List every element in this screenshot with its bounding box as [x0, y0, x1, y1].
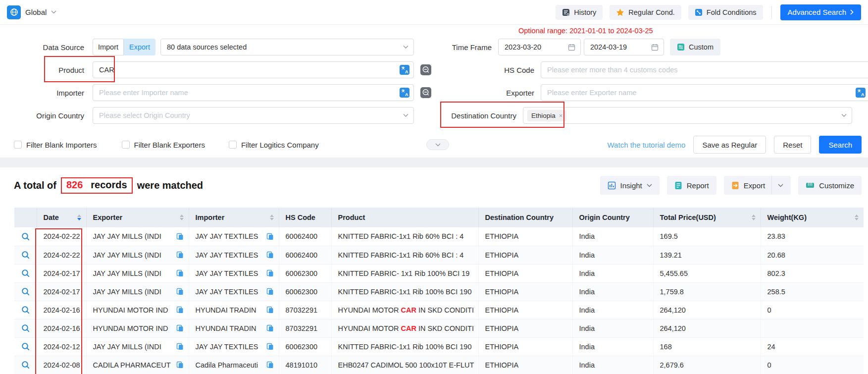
date-from-value: 2023-03-20 — [505, 43, 541, 51]
form-row-1: Data Source Import Export 80 data source… — [0, 39, 868, 55]
date-to-input[interactable]: 2024-03-19 — [584, 39, 664, 55]
exporter-input[interactable] — [541, 84, 868, 101]
filter-blank-exporters-checkbox[interactable]: Filter Blank Exporters — [122, 141, 205, 149]
sort-icon[interactable] — [269, 214, 275, 221]
checkbox-icon — [122, 141, 130, 149]
origin-country-select[interactable]: Please select Origin Country — [93, 107, 414, 124]
row-detail-search-icon[interactable] — [21, 361, 30, 369]
cell-date: 2024-02-08 — [37, 356, 86, 374]
close-icon[interactable]: × — [559, 112, 563, 119]
table-row: 2024-02-16 HYUNDAI MOTOR IND HYUNDAI TRA… — [14, 301, 864, 319]
data-source-label: Data Source — [0, 43, 84, 52]
copy-icon[interactable] — [266, 233, 274, 240]
cell-destination: ETHIOPIA — [478, 319, 572, 337]
insight-button[interactable]: Insight — [600, 176, 660, 195]
copy-icon[interactable] — [266, 361, 274, 369]
cell-importer: HYUNDAI TRADIN — [189, 301, 279, 319]
destination-country-select[interactable]: Ethiopia × — [523, 107, 852, 124]
sort-icon[interactable] — [76, 214, 82, 221]
history-button[interactable]: History — [556, 5, 603, 20]
custom-range-button[interactable]: Custom — [670, 39, 720, 55]
table-header-row: Date Exporter Importer HS Code Product D… — [14, 208, 864, 227]
export-tab[interactable]: Export — [124, 39, 155, 55]
region-selector[interactable]: Global — [7, 5, 56, 19]
importer-input[interactable] — [93, 84, 414, 101]
header-weight[interactable]: Weight(KG) — [761, 208, 864, 227]
header-total-price[interactable]: Total Price(USD) — [653, 208, 761, 227]
sort-icon[interactable] — [751, 214, 757, 221]
reset-button[interactable]: Reset — [774, 136, 811, 154]
cell-total-price: 5,455.65 — [653, 264, 761, 282]
copy-icon[interactable] — [176, 306, 184, 314]
filter-blank-importers-checkbox[interactable]: Filter Blank Importers — [14, 141, 97, 149]
header-importer[interactable]: Importer — [189, 208, 279, 227]
header-exporter[interactable]: Exporter — [86, 208, 189, 227]
copy-icon[interactable] — [266, 324, 274, 332]
tutorial-demo-link[interactable]: Watch the tutorial demo — [608, 141, 686, 149]
cell-weight: 802.3 — [761, 264, 864, 282]
data-source-direction-toggle: Import Export — [93, 39, 155, 55]
copy-icon[interactable] — [266, 288, 274, 295]
save-as-regular-button[interactable]: Save as Regular — [693, 136, 766, 154]
copy-icon[interactable] — [266, 269, 274, 277]
copy-icon[interactable] — [176, 288, 184, 295]
copy-icon[interactable] — [176, 269, 184, 277]
row-detail-search-icon[interactable] — [21, 232, 30, 241]
row-detail-search-icon[interactable] — [21, 342, 30, 351]
cell-hs-code: 60062300 — [279, 337, 331, 356]
report-button[interactable]: Report — [667, 176, 716, 195]
translate-icon[interactable]: A — [399, 87, 410, 98]
row-detail-search-icon[interactable] — [21, 306, 30, 314]
exact-match-icon[interactable] — [420, 64, 432, 76]
copy-icon[interactable] — [266, 343, 274, 350]
copy-icon[interactable] — [176, 343, 184, 350]
filter-logitics-company-checkbox[interactable]: Filter Logitics Company — [229, 141, 319, 149]
cell-date: 2024-02-17 — [37, 282, 86, 301]
results-section: A total of 826 records were matched Insi… — [0, 167, 868, 374]
row-detail-search-icon[interactable] — [21, 251, 30, 259]
sort-icon[interactable] — [179, 214, 185, 221]
results-table: Date Exporter Importer HS Code Product D… — [14, 208, 864, 374]
cell-hs-code: 60062400 — [279, 246, 331, 264]
copy-icon[interactable] — [176, 251, 184, 259]
row-detail-search-icon[interactable] — [21, 324, 30, 332]
copy-icon[interactable] — [176, 324, 184, 332]
regular-cond-label: Regular Cond. — [628, 8, 675, 16]
copy-icon[interactable] — [176, 361, 184, 369]
history-label: History — [574, 8, 596, 16]
product-input[interactable] — [93, 61, 414, 78]
regular-cond-button[interactable]: Regular Cond. — [610, 5, 681, 20]
cell-total-price: 1,759.8 — [653, 282, 761, 301]
cell-weight — [761, 319, 864, 337]
search-button[interactable]: Search — [819, 136, 862, 154]
cell-origin: India — [572, 301, 653, 319]
copy-icon[interactable] — [266, 251, 274, 259]
data-sources-select[interactable]: 80 data sources selected — [160, 39, 414, 55]
row-detail-search-icon[interactable] — [21, 269, 30, 277]
exact-match-icon[interactable] — [420, 87, 432, 99]
cell-origin: India — [572, 246, 653, 264]
date-from-input[interactable]: 2023-03-20 — [498, 39, 581, 55]
cell-exporter: JAY JAY MILLS (INDI — [86, 264, 189, 282]
import-tab[interactable]: Import — [93, 39, 124, 55]
cell-date: 2024-02-17 — [37, 264, 86, 282]
copy-icon[interactable] — [176, 233, 184, 240]
customize-button[interactable]: Customize — [798, 176, 862, 195]
header-date[interactable]: Date — [37, 208, 86, 227]
advanced-search-button[interactable]: Advanced Search — [780, 4, 861, 20]
hs-code-input[interactable] — [541, 61, 868, 78]
cell-destination: ETHIOPIA — [478, 227, 572, 246]
copy-icon[interactable] — [266, 306, 274, 314]
translate-icon[interactable]: A — [855, 87, 866, 98]
collapse-conditions-button[interactable] — [426, 139, 449, 150]
export-dropdown-chevron[interactable] — [771, 176, 783, 195]
export-button[interactable]: Export — [724, 176, 791, 195]
row-detail-search-icon[interactable] — [21, 287, 30, 296]
table-row: 2024-02-17 JAY JAY MILLS (INDI JAY JAY T… — [14, 264, 864, 282]
fold-conditions-button[interactable]: Fold Conditions — [688, 5, 763, 20]
translate-icon[interactable]: A — [399, 64, 410, 75]
cell-product: EHB0247 CADIMOL 500 100x10T E-FLUT — [331, 356, 478, 374]
sort-icon[interactable] — [854, 214, 860, 221]
cell-total-price: 168 — [653, 337, 761, 356]
table-row: 2024-02-17 JAY JAY MILLS (INDI JAY JAY T… — [14, 282, 864, 301]
